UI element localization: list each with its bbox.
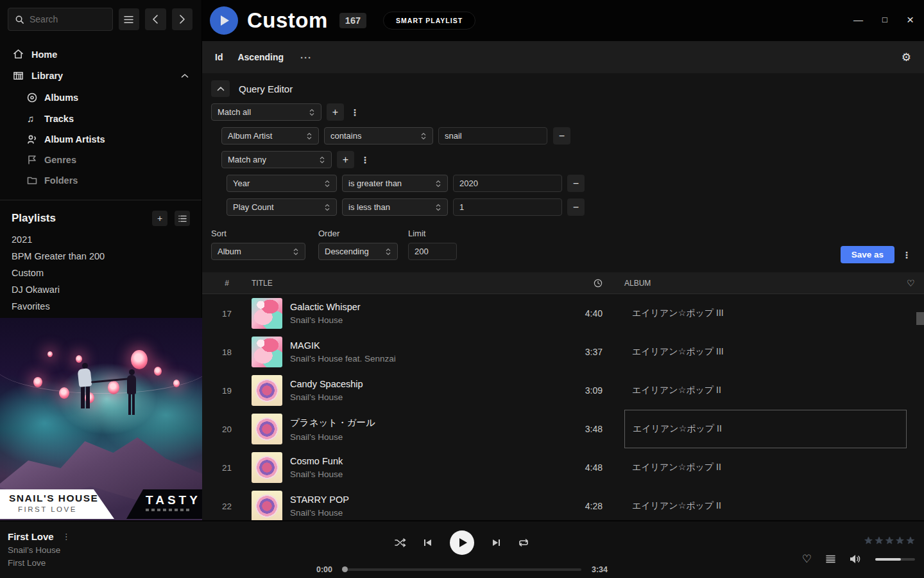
sort-field-button[interactable]: Id xyxy=(215,52,223,62)
volume-button[interactable] xyxy=(850,554,861,564)
add-group-rule-button[interactable]: + xyxy=(337,151,354,168)
track-title[interactable]: Cosmo Funk xyxy=(290,456,549,466)
track-row[interactable]: 19Candy SpaceshipSnail’s House3:09エイリアン☆… xyxy=(202,371,924,410)
queue-button[interactable] xyxy=(826,555,835,563)
star-icon[interactable]: ★ xyxy=(885,534,894,547)
track-title[interactable]: Galactic Whisper xyxy=(290,302,549,312)
remove-rule-button[interactable]: − xyxy=(553,127,570,144)
sidebar-item-home[interactable]: Home xyxy=(0,44,201,65)
column-album[interactable]: ALBUM xyxy=(624,279,907,288)
now-playing-artwork[interactable]: SNAIL'S HOUSE FIRST LOVE TASTY xyxy=(0,318,202,520)
column-title[interactable]: TITLE xyxy=(252,279,549,288)
seek-bar[interactable] xyxy=(343,568,581,571)
add-playlist-button[interactable]: + xyxy=(152,211,167,226)
track-row[interactable]: 20プラネット・ガールSnail’s House3:48エイリアン☆ポップ II xyxy=(202,410,924,448)
order-select[interactable]: Descending xyxy=(318,243,398,260)
collapse-query-button[interactable] xyxy=(211,80,230,97)
play-playlist-button[interactable] xyxy=(210,6,238,35)
sort-select[interactable]: Album xyxy=(211,243,305,260)
save-menu-button[interactable]: ⋮ xyxy=(901,246,912,263)
track-artwork[interactable] xyxy=(252,337,282,367)
sort-order-button[interactable]: Ascending xyxy=(237,52,284,62)
track-title[interactable]: Candy Spaceship xyxy=(290,379,549,389)
settings-gear-button[interactable]: ⚙ xyxy=(902,51,911,64)
track-artwork[interactable] xyxy=(252,298,282,329)
sidebar-item-library[interactable]: Library xyxy=(0,65,201,86)
playlist-item[interactable]: DJ Okawari xyxy=(0,281,201,298)
next-button[interactable] xyxy=(492,538,501,547)
rule-field-select[interactable]: Play Count xyxy=(227,198,337,216)
sidebar-item-tracks[interactable]: ♫ Tracks xyxy=(0,108,201,129)
rule-value-input[interactable] xyxy=(453,198,562,216)
track-artwork[interactable] xyxy=(252,414,282,444)
save-as-button[interactable]: Save as xyxy=(841,246,894,263)
track-artist[interactable]: Snail’s House xyxy=(290,432,549,442)
shuffle-button[interactable] xyxy=(395,538,406,547)
playlist-list-button[interactable] xyxy=(175,211,190,226)
playlist-item[interactable]: BPM Greater than 200 xyxy=(0,248,201,265)
star-icon[interactable]: ★ xyxy=(875,534,884,547)
rule-operator-select[interactable]: is greater than xyxy=(342,175,448,192)
track-title[interactable]: プラネット・ガール xyxy=(290,417,549,429)
group-match-select[interactable]: Match any xyxy=(221,151,332,168)
track-artist[interactable]: Snail’s House xyxy=(290,469,549,479)
chevron-up-icon[interactable] xyxy=(181,73,189,78)
remove-rule-button[interactable]: − xyxy=(567,175,585,192)
rule-operator-select[interactable]: contains xyxy=(324,127,433,144)
sidebar-item-folders[interactable]: Folders xyxy=(0,170,201,191)
track-album[interactable]: エイリアン☆ポップ II xyxy=(624,371,907,410)
track-album[interactable]: エイリアン☆ポップ III xyxy=(624,294,907,333)
column-favorite[interactable]: ♡ xyxy=(907,278,924,288)
rule-field-select[interactable]: Year xyxy=(227,175,337,192)
menu-button[interactable] xyxy=(119,8,139,30)
add-rule-button[interactable]: + xyxy=(327,103,344,121)
track-title[interactable]: STARRY POP xyxy=(290,495,549,505)
window-maximize-button[interactable]: □ xyxy=(882,14,887,26)
volume-slider[interactable] xyxy=(875,558,915,561)
star-icon[interactable]: ★ xyxy=(906,534,915,547)
play-pause-button[interactable] xyxy=(450,530,474,555)
sidebar-item-album-artists[interactable]: Album Artists xyxy=(0,129,201,150)
favorite-button[interactable]: ♡ xyxy=(802,552,812,566)
track-album[interactable]: エイリアン☆ポップ II xyxy=(624,448,907,487)
sidebar-item-genres[interactable]: Genres xyxy=(0,150,201,170)
track-artist[interactable]: Snail’s House xyxy=(290,315,549,325)
seek-thumb[interactable] xyxy=(342,566,348,572)
remove-rule-button[interactable]: − xyxy=(567,198,585,216)
nav-forward-button[interactable] xyxy=(172,8,193,30)
rule-value-input[interactable] xyxy=(438,127,547,144)
track-artwork[interactable] xyxy=(252,452,282,483)
star-icon[interactable]: ★ xyxy=(895,534,904,547)
repeat-button[interactable] xyxy=(518,538,529,547)
window-minimize-button[interactable]: — xyxy=(853,14,863,26)
track-album[interactable]: エイリアン☆ポップ III xyxy=(624,333,907,371)
track-row[interactable]: 22STARRY POPSnail’s House4:28エイリアン☆ポップ I… xyxy=(202,487,924,520)
playlist-item[interactable]: 2021 xyxy=(0,231,201,248)
track-artwork[interactable] xyxy=(252,491,282,520)
track-album[interactable]: エイリアン☆ポップ II xyxy=(624,487,907,520)
limit-input[interactable] xyxy=(408,243,457,260)
track-row[interactable]: 21Cosmo FunkSnail’s House4:48エイリアン☆ポップ I… xyxy=(202,448,924,487)
rule-operator-select[interactable]: is less than xyxy=(342,198,448,216)
track-row[interactable]: 17Galactic WhisperSnail’s House4:40エイリアン… xyxy=(202,294,924,333)
track-artist[interactable]: Snail’s House xyxy=(290,508,549,518)
star-icon[interactable]: ★ xyxy=(864,534,873,547)
track-album[interactable]: エイリアン☆ポップ II xyxy=(624,410,907,448)
track-artist[interactable]: Snail’s House feat. Sennzai xyxy=(290,354,549,363)
more-options-button[interactable]: ··· xyxy=(300,52,312,63)
nav-back-button[interactable] xyxy=(145,8,166,30)
search-field[interactable] xyxy=(30,14,100,24)
sidebar-item-albums[interactable]: Albums xyxy=(0,87,201,108)
search-input[interactable] xyxy=(8,8,113,31)
column-index[interactable]: # xyxy=(202,279,252,288)
rule-value-input[interactable] xyxy=(453,175,562,192)
root-match-select[interactable]: Match all xyxy=(211,103,321,121)
rule-group-menu-button[interactable]: ⋮ xyxy=(349,103,361,121)
track-artwork[interactable] xyxy=(252,375,282,406)
scrollbar-thumb[interactable] xyxy=(916,312,924,325)
window-close-button[interactable]: × xyxy=(907,14,914,26)
rule-field-select[interactable]: Album Artist xyxy=(221,127,319,144)
track-title[interactable]: MAGIK xyxy=(290,340,549,351)
playlist-item[interactable]: Favorites xyxy=(0,298,201,315)
group-menu-button[interactable]: ⋮ xyxy=(359,151,371,168)
